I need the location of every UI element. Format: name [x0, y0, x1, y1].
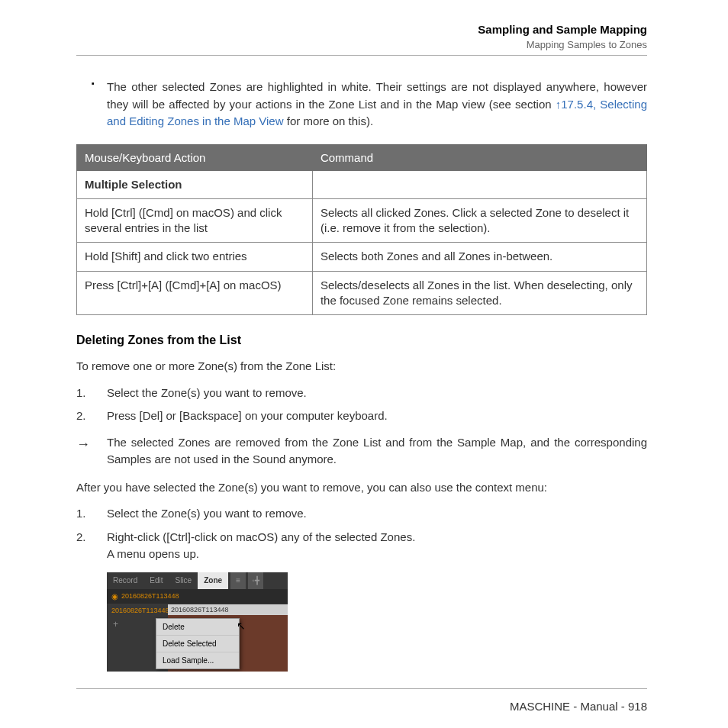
section-heading: Deleting Zones from the List	[76, 333, 647, 347]
list-icon[interactable]: ≡	[230, 572, 246, 589]
arrow-icon: →	[76, 434, 107, 469]
zone-list-item[interactable]: ◉ 20160826T113448	[107, 589, 288, 604]
shortcut-table: Mouse/Keyboard Action Command Multiple S…	[76, 144, 647, 316]
bullet-text: The other selected Zones are highlighted…	[107, 79, 647, 130]
tab-zone[interactable]: Zone	[198, 572, 228, 589]
tab-record[interactable]: Record	[107, 572, 143, 589]
steps-list-1: 1.Select the Zone(s) you want to remove.…	[76, 385, 647, 425]
table-subhead: Multiple Selection	[77, 170, 313, 198]
steps-list-2: 1.Select the Zone(s) you want to remove.…	[76, 505, 647, 563]
tab-edit[interactable]: Edit	[143, 572, 169, 589]
tab-slice[interactable]: Slice	[169, 572, 198, 589]
header-subtitle: Mapping Samples to Zones	[76, 39, 647, 50]
menu-delete-selected[interactable]: Delete Selected	[156, 636, 239, 652]
intro-text: To remove one or more Zone(s) from the Z…	[76, 358, 647, 375]
table-row: Hold [Ctrl] ([Cmd] on macOS) and click s…	[77, 198, 647, 243]
footer-text: MASCHINE - Manual - 918	[76, 700, 647, 713]
bullet-item: ▪ The other selected Zones are highlight…	[76, 79, 647, 130]
screenshot-figure: Record Edit Slice Zone ≡ ◦╋ ◉ 20160826T1…	[107, 572, 288, 672]
divider-top	[76, 55, 647, 56]
menu-delete[interactable]: Delete	[156, 619, 239, 636]
cursor-icon: ↖	[237, 620, 246, 632]
header-title: Sampling and Sample Mapping	[76, 23, 647, 36]
step-text: Select the Zone(s) you want to remove.	[107, 385, 307, 402]
menu-load-sample[interactable]: Load Sample...	[156, 652, 239, 668]
after-text: After you have selected the Zone(s) you …	[76, 479, 647, 497]
step-text: Press [Del] or [Backspace] on your compu…	[107, 407, 388, 425]
step-text: Select the Zone(s) you want to remove.	[107, 505, 307, 523]
play-icon: ◉	[111, 592, 118, 601]
wave-icon[interactable]: ◦╋	[248, 572, 263, 589]
screenshot-tabs: Record Edit Slice Zone ≡ ◦╋	[107, 572, 288, 589]
step-text: Right-click ([Ctrl]-click on macOS) any …	[107, 529, 415, 563]
table-row: Press [Ctrl]+[A] ([Cmd]+[A] on macOS)Sel…	[77, 271, 647, 315]
table-row: Hold [Shift] and click two entriesSelect…	[77, 243, 647, 271]
table-header-command: Command	[312, 144, 646, 170]
divider-bottom	[76, 688, 647, 689]
context-menu: Delete Delete Selected Load Sample...	[156, 618, 240, 669]
table-header-action: Mouse/Keyboard Action	[77, 144, 313, 170]
result-row: → The selected Zones are removed from th…	[76, 434, 647, 469]
result-text: The selected Zones are removed from the …	[107, 434, 647, 469]
bullet-icon: ▪	[92, 79, 107, 130]
map-zone-bar[interactable]: 20160826T113448	[168, 604, 288, 615]
